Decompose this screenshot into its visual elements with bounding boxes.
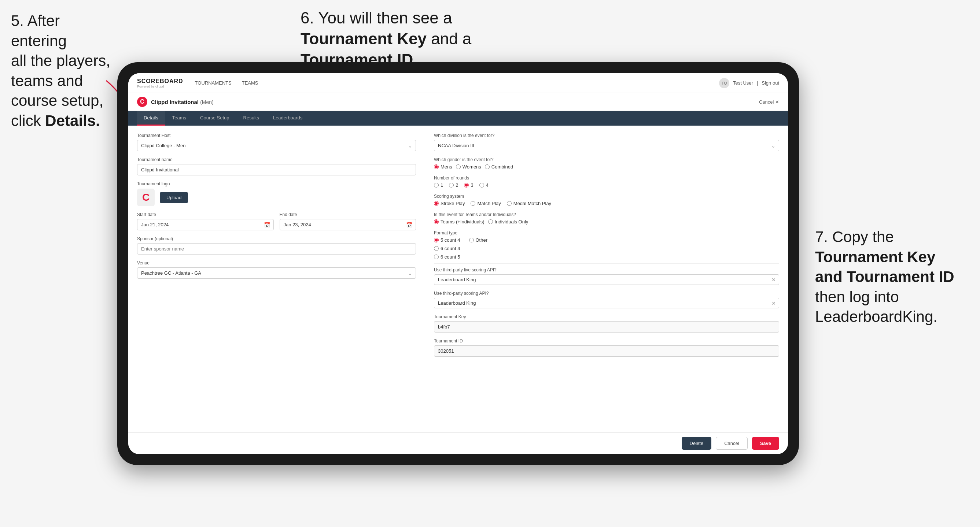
format-other[interactable]: Other (469, 237, 488, 243)
tab-details[interactable]: Details (137, 111, 165, 125)
tournament-key-field: Tournament Key b4fb7 (434, 314, 779, 333)
gender-mens[interactable]: Mens (434, 164, 452, 170)
third-party-2-clear[interactable]: ✕ (772, 300, 776, 306)
rounds-4[interactable]: 4 (479, 183, 488, 188)
format-other-label: Other (476, 237, 488, 243)
division-select[interactable]: NCAA Division III (434, 140, 779, 151)
tournament-logo-field: Tournament logo C Upload (137, 181, 416, 206)
annotation-right-line5: LeaderboardKing. (815, 308, 937, 325)
tournament-host-select[interactable]: Clippd College - Men (137, 140, 416, 151)
cancel-button[interactable]: Cancel (716, 437, 747, 450)
rounds-field: Number of rounds 1 2 3 (434, 175, 779, 188)
scoring-medal-match-radio[interactable] (507, 201, 512, 206)
tournament-logo-label: Tournament logo (137, 181, 416, 186)
rounds-3[interactable]: 3 (464, 183, 473, 188)
end-date-wrap: 📅 (280, 219, 416, 230)
sign-out-link[interactable]: Sign out (762, 80, 779, 86)
gender-combined-radio[interactable] (485, 164, 490, 169)
end-date-field: End date 📅 (280, 212, 416, 230)
tab-teams[interactable]: Teams (165, 111, 193, 125)
breadcrumb-title: Clippd Invitational (Men) (151, 99, 214, 105)
sponsor-input[interactable] (137, 243, 416, 254)
division-label: Which division is the event for? (434, 133, 779, 138)
nav-teams[interactable]: TEAMS (242, 80, 258, 86)
format-6count4-label: 6 count 4 (441, 246, 460, 251)
teams-plus-radio[interactable] (434, 219, 439, 224)
format-6count4-radio[interactable] (434, 246, 439, 251)
rounds-1-radio[interactable] (434, 183, 439, 187)
format-6count5-radio[interactable] (434, 254, 439, 259)
third-party-2-value: Leaderboard King (438, 300, 476, 306)
format-5count4-radio[interactable] (434, 238, 439, 243)
venue-select[interactable]: Peachtree GC - Atlanta - GA (137, 267, 416, 279)
individuals-label: Individuals Only (495, 219, 528, 224)
rounds-1[interactable]: 1 (434, 183, 443, 188)
tab-leaderboards[interactable]: Leaderboards (266, 111, 309, 125)
individuals-radio[interactable] (488, 219, 493, 224)
format-scoring-container: Format type 5 count 4 6 count 4 (434, 230, 779, 260)
scoring-stroke-radio[interactable] (434, 201, 439, 206)
format-other-radio[interactable] (469, 238, 474, 243)
gender-womens[interactable]: Womens (456, 164, 481, 170)
third-party-2-select[interactable]: Leaderboard King ✕ (434, 298, 779, 308)
gender-womens-radio[interactable] (456, 164, 461, 169)
venue-field: Venue Peachtree GC - Atlanta - GA (137, 260, 416, 279)
annotation-left-line2: all the players, (11, 52, 110, 69)
brand-icon: C (137, 97, 147, 107)
rounds-2-radio[interactable] (449, 183, 454, 187)
individuals-only[interactable]: Individuals Only (488, 219, 528, 224)
annotation-left-line4: course setup, (11, 92, 103, 109)
nav-right: TU Test User | Sign out (719, 78, 779, 88)
user-avatar: TU (719, 78, 729, 88)
rounds-2[interactable]: 2 (449, 183, 458, 188)
start-date-label: Start date (137, 212, 274, 217)
teams-plus-individuals[interactable]: Teams (+Individuals) (434, 219, 485, 224)
format-6count5[interactable]: 6 count 5 (434, 254, 460, 260)
end-date-input[interactable] (280, 219, 416, 230)
logo-upload-area: C Upload (137, 189, 416, 206)
sponsor-label: Sponsor (optional) (137, 236, 416, 241)
teams-label: Is this event for Teams and/or Individua… (434, 212, 779, 217)
delete-button[interactable]: Delete (682, 437, 712, 450)
tournament-name-input[interactable] (137, 164, 416, 175)
breadcrumb-bar: C Clippd Invitational (Men) Cancel ✕ (128, 93, 788, 111)
rounds-3-radio[interactable] (464, 183, 469, 187)
annotation-right-line1: 7. Copy the (815, 228, 894, 245)
tab-course-setup[interactable]: Course Setup (194, 111, 236, 125)
tab-results[interactable]: Results (237, 111, 266, 125)
save-button[interactable]: Save (752, 437, 779, 450)
format-col-left: 5 count 4 6 count 4 6 count 5 (434, 237, 460, 260)
scoring-match[interactable]: Match Play (471, 201, 501, 206)
rounds-4-radio[interactable] (479, 183, 484, 187)
tournament-id-value: 302051 (434, 345, 779, 357)
scoring-match-radio[interactable] (471, 201, 475, 206)
breadcrumb-cancel-btn[interactable]: Cancel ✕ (759, 99, 779, 105)
format-options: 5 count 4 6 count 4 6 count 5 (434, 237, 487, 260)
scoring-stroke[interactable]: Stroke Play (434, 201, 465, 206)
nav-tournaments[interactable]: TOURNAMENTS (195, 80, 232, 86)
annotation-left: 5. After entering all the players, teams… (11, 11, 114, 131)
annotation-left-bold: Details. (45, 112, 100, 129)
format-6count4[interactable]: 6 count 4 (434, 246, 460, 251)
third-party-1-clear[interactable]: ✕ (772, 277, 776, 283)
scoring-label: Scoring system (434, 194, 779, 199)
user-name: Test User (733, 80, 753, 86)
upload-button[interactable]: Upload (160, 192, 188, 203)
tab-bar: Details Teams Course Setup Results Leade… (128, 111, 788, 125)
scoring-stroke-label: Stroke Play (441, 201, 465, 206)
scoring-medal-match[interactable]: Medal Match Play (507, 201, 551, 206)
third-party-1-select[interactable]: Leaderboard King ✕ (434, 274, 779, 285)
gender-mens-radio[interactable] (434, 164, 439, 169)
third-party-2-field: Use third-party scoring API? Leaderboard… (434, 291, 779, 308)
start-date-input[interactable] (137, 219, 274, 230)
annotation-right: 7. Copy the Tournament Key and Tournamen… (815, 227, 969, 327)
annotation-top-line1: 6. You will then see a (301, 9, 452, 27)
scoreboard-logo: SCOREBOARD Powered by clippd (137, 78, 183, 88)
gender-combined[interactable]: Combined (485, 164, 513, 170)
content-area: Tournament Host Clippd College - Men Tou… (128, 125, 788, 432)
teams-plus-label: Teams (+Individuals) (441, 219, 485, 224)
end-date-label: End date (280, 212, 416, 217)
end-date-calendar-icon: 📅 (406, 222, 412, 228)
format-5count4[interactable]: 5 count 4 (434, 237, 460, 243)
annotation-top-suffix: and a (426, 30, 471, 48)
